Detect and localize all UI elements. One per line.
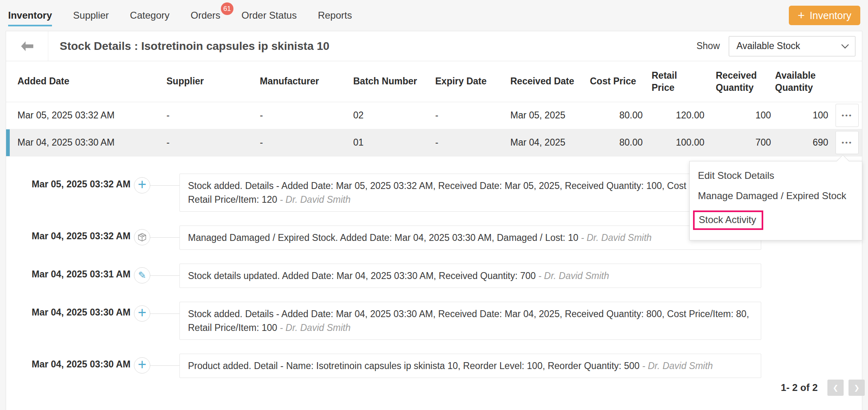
col-expiry-date: Expiry Date bbox=[435, 61, 510, 102]
timeline-connector bbox=[150, 237, 179, 238]
nav-tab-label: Category bbox=[130, 10, 169, 21]
timeline-entry: Mar 04, 2025 03:30 AM + ✎ Product added.… bbox=[32, 354, 862, 378]
menu-item[interactable]: Stock Activity bbox=[693, 210, 763, 230]
row-actions-button[interactable]: ••• bbox=[836, 131, 859, 154]
back-button[interactable] bbox=[6, 31, 48, 61]
timeline-message: Retail Price/Item: 120 bbox=[188, 194, 277, 205]
next-page-button[interactable]: ❯ bbox=[849, 380, 865, 396]
col-received-quantity: Received Quantity bbox=[704, 61, 771, 102]
author-name: - Dr. David Smith bbox=[581, 232, 652, 243]
nav-tab-label: Supplier bbox=[73, 10, 109, 21]
timeline-date: Mar 04, 2025 03:31 AM bbox=[32, 264, 134, 280]
col-cost-price: Cost Price bbox=[590, 61, 643, 102]
author-name: - Dr. David Smith bbox=[642, 361, 713, 371]
pencil-icon: ✎ bbox=[138, 270, 146, 281]
title-row: Stock Details : Isotretinoin capsules ip… bbox=[6, 31, 862, 61]
add-inventory-label: Inventory bbox=[810, 10, 851, 21]
package-icon bbox=[137, 232, 147, 242]
cell-supplier: - bbox=[166, 129, 260, 156]
timeline-connector bbox=[150, 275, 179, 276]
timeline-connector bbox=[150, 185, 179, 186]
col-supplier: Supplier bbox=[166, 61, 260, 102]
author-name: - Dr. David Smith bbox=[538, 270, 609, 281]
author-name: - Dr. David Smith bbox=[280, 322, 350, 333]
timeline-date: Mar 04, 2025 03:32 AM bbox=[32, 225, 134, 242]
menu-item[interactable]: Manage Damaged / Expired Stock bbox=[698, 190, 846, 201]
cell-manufacturer: - bbox=[260, 129, 353, 156]
timeline-message-box: Stock added. Details - Added Date: Mar 0… bbox=[179, 302, 761, 340]
plus-icon: + bbox=[138, 358, 146, 371]
cell-batch-number: 01 bbox=[353, 129, 435, 156]
ellipsis-icon: ••• bbox=[842, 112, 853, 120]
plus-icon: + bbox=[138, 178, 146, 191]
cell-batch-number: 02 bbox=[353, 102, 435, 129]
timeline-icon: + ✎ bbox=[134, 267, 150, 283]
plus-icon: + bbox=[138, 306, 146, 320]
timeline-message: Stock added. Details - Added Date: Mar 0… bbox=[188, 309, 749, 319]
stock-row[interactable]: Mar 05, 2025 03:32 AM - - 02 - Mar 05, 2… bbox=[6, 102, 862, 129]
nav-tab[interactable]: Reports bbox=[317, 7, 353, 24]
timeline-message-box: Product added. Detail - Name: Isotretino… bbox=[179, 354, 761, 378]
timeline-date: Mar 04, 2025 03:30 AM bbox=[32, 354, 134, 370]
table-header-row: Added Date Supplier Manufacturer Batch N… bbox=[6, 61, 862, 102]
cell-retail-price: 120.00 bbox=[643, 102, 704, 129]
timeline-message-box: Stock details updated. Added Date: Mar 0… bbox=[179, 264, 761, 288]
timeline-message: Stock details updated. Added Date: Mar 0… bbox=[188, 270, 536, 281]
top-navigation: Inventory Supplier Category Orders 61 Or… bbox=[0, 0, 868, 31]
stock-row[interactable]: Mar 04, 2025 03:30 AM - - 01 - Mar 04, 2… bbox=[6, 129, 862, 156]
ellipsis-icon: ••• bbox=[842, 139, 853, 147]
timeline-connector bbox=[150, 313, 179, 314]
cell-available-quantity: 100 bbox=[771, 102, 828, 129]
col-batch-number: Batch Number bbox=[353, 61, 435, 102]
chevron-left-icon: ❮ bbox=[833, 384, 838, 392]
pagination: 1- 2 of 2 ❮ ❯ bbox=[781, 380, 865, 396]
col-actions bbox=[828, 61, 862, 102]
col-available-quantity: Available Quantity bbox=[771, 61, 828, 102]
prev-page-button[interactable]: ❮ bbox=[827, 380, 844, 396]
cell-added-date: Mar 04, 2025 03:30 AM bbox=[6, 129, 166, 156]
col-retail-price: Retail Price bbox=[643, 61, 704, 102]
nav-tab[interactable]: Category bbox=[129, 7, 170, 24]
show-filter: Show Available Stock bbox=[696, 36, 855, 56]
stock-table: Added Date Supplier Manufacturer Batch N… bbox=[6, 61, 862, 157]
show-label: Show bbox=[696, 41, 720, 52]
row-actions-button[interactable]: ••• bbox=[836, 104, 859, 127]
timeline-message: Product added. Detail - Name: Isotretino… bbox=[188, 361, 639, 371]
timeline-date: Mar 05, 2025 03:32 AM bbox=[32, 174, 134, 190]
show-select-value: Available Stock bbox=[736, 41, 800, 52]
timeline-icon: + ✎ bbox=[134, 305, 150, 322]
timeline-connector bbox=[150, 365, 179, 366]
nav-tab[interactable]: Inventory bbox=[7, 7, 53, 24]
row-actions-menu: Edit Stock Details Manage Damaged / Expi… bbox=[689, 161, 862, 240]
author-name: - Dr. David Smith bbox=[280, 194, 350, 205]
menu-item[interactable]: Edit Stock Details bbox=[698, 170, 774, 181]
timeline-icon: + ✎ bbox=[134, 229, 150, 245]
timeline-entry: Mar 04, 2025 03:31 AM + ✎ Stock details … bbox=[32, 264, 862, 288]
cell-actions: ••• bbox=[828, 102, 862, 129]
timeline-icon: + ✎ bbox=[134, 177, 150, 193]
nav-tab-label: Reports bbox=[318, 10, 352, 21]
timeline-date: Mar 04, 2025 03:30 AM bbox=[32, 302, 134, 318]
chevron-down-icon bbox=[841, 41, 849, 48]
nav-tab[interactable]: Orders 61 bbox=[190, 7, 221, 24]
nav-tab-label: Inventory bbox=[8, 10, 52, 26]
cell-added-date: Mar 05, 2025 03:32 AM bbox=[6, 102, 166, 129]
timeline-message: Managed Damaged / Expired Stock. Added D… bbox=[188, 232, 578, 243]
cell-received-quantity: 700 bbox=[704, 129, 771, 156]
nav-tab[interactable]: Order Status bbox=[241, 7, 298, 24]
arrow-left-icon bbox=[20, 41, 34, 52]
cell-expiry-date: - bbox=[435, 102, 510, 129]
plus-icon: + bbox=[798, 9, 805, 21]
add-inventory-button[interactable]: + Inventory bbox=[789, 6, 860, 25]
orders-count-badge: 61 bbox=[221, 2, 233, 15]
cell-cost-price: 80.00 bbox=[590, 102, 643, 129]
timeline-message-box: Stock added. Details - Added Date: Mar 0… bbox=[179, 174, 761, 212]
nav-tab[interactable]: Supplier bbox=[72, 7, 110, 24]
col-added-date: Added Date bbox=[6, 61, 166, 102]
page-info: 1- 2 of 2 bbox=[781, 382, 818, 393]
cell-received-date: Mar 05, 2025 bbox=[510, 102, 590, 129]
show-select[interactable]: Available Stock bbox=[729, 36, 855, 56]
nav-tab-label: Order Status bbox=[242, 10, 297, 21]
cell-manufacturer: - bbox=[260, 102, 353, 129]
nav-tab-label: Orders bbox=[190, 10, 220, 21]
